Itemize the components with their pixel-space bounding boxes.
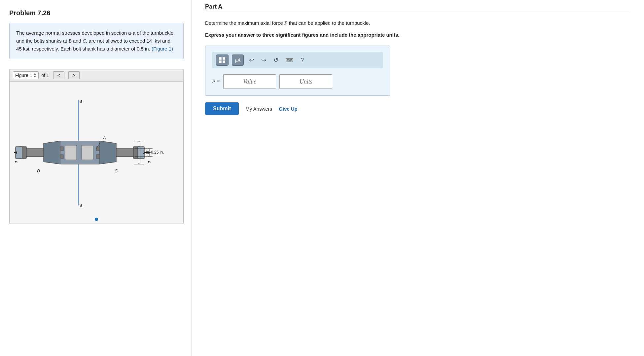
figure-dot (95, 218, 98, 221)
svg-text:B: B (37, 168, 40, 173)
problem-title: Problem 7.26 (9, 9, 184, 17)
mu-btn[interactable]: μÃ (232, 54, 244, 66)
action-row: Submit My Answers Give Up (205, 102, 631, 115)
svg-text:A: A (103, 135, 106, 140)
svg-text:C: C (115, 168, 118, 173)
refresh-btn[interactable]: ↺ (271, 55, 280, 65)
svg-text:P: P (15, 160, 18, 165)
figure-header: Figure 1 ▲▼ of 1 < > (10, 69, 183, 82)
mu-icon: μÃ (235, 57, 241, 63)
part-title: Part A (205, 3, 631, 13)
description-text: The average normal stresses developed in… (16, 30, 175, 52)
figure-label: Figure 1 (15, 73, 32, 78)
help-btn[interactable]: ? (299, 55, 306, 65)
svg-marker-15 (100, 141, 116, 164)
svg-rect-5 (82, 145, 93, 160)
units-input[interactable] (279, 74, 332, 89)
grid-icon (219, 57, 226, 63)
keyboard-btn[interactable]: ⌨ (284, 56, 295, 65)
grid-icon-btn[interactable] (216, 54, 229, 66)
undo-btn[interactable]: ↩ (247, 55, 256, 65)
figure-box: Figure 1 ▲▼ of 1 < > a a (9, 69, 184, 224)
p-label: P = (212, 79, 220, 85)
figure-of-label: of 1 (41, 73, 49, 78)
turnbuckle-diagram: a a (14, 90, 179, 215)
submit-button[interactable]: Submit (205, 102, 239, 115)
svg-text:a: a (80, 203, 83, 208)
toolbar: μÃ ↩ ↪ ↺ ⌨ ? (212, 52, 383, 68)
my-answers-label: My Answers (245, 106, 272, 112)
svg-text:P: P (148, 160, 151, 165)
svg-text:0.25 in.: 0.25 in. (151, 150, 164, 155)
figure-prev-btn[interactable]: < (53, 71, 64, 79)
svg-text:1 in.: 1 in. (143, 150, 150, 155)
svg-text:a: a (80, 99, 83, 104)
input-row: P = (212, 74, 383, 89)
figure-link[interactable]: (Figure 1) (152, 46, 173, 52)
answer-box: μÃ ↩ ↪ ↺ ⌨ ? P = (205, 46, 390, 96)
part-question: Determine the maximum axial force P that… (205, 19, 631, 27)
svg-rect-4 (65, 145, 77, 160)
figure-select[interactable]: Figure 1 ▲▼ (13, 71, 39, 79)
figure-image-area: a a (10, 82, 183, 224)
figure-next-btn[interactable]: > (68, 71, 80, 79)
figure-arrows: ▲▼ (33, 72, 36, 78)
part-instruction: Express your answer to three significant… (205, 31, 631, 39)
svg-marker-14 (44, 141, 60, 164)
give-up-link[interactable]: Give Up (279, 106, 298, 112)
redo-btn[interactable]: ↪ (259, 55, 268, 65)
problem-description: The average normal stresses developed in… (9, 23, 184, 59)
value-input[interactable] (223, 74, 276, 89)
